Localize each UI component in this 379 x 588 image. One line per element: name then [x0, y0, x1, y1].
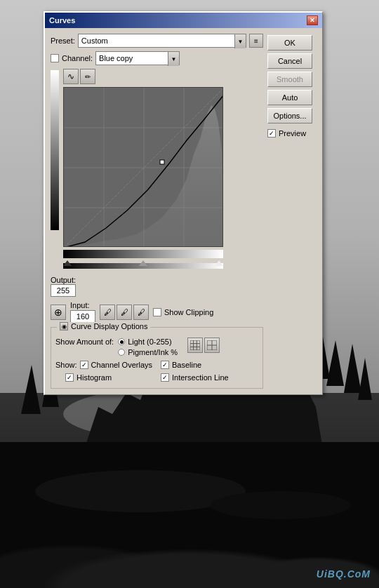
- channel-overlays-label: Channel Overlays: [91, 361, 152, 369]
- channel-dropdown-arrow[interactable]: ▼: [168, 52, 179, 66]
- svg-rect-26: [190, 340, 200, 350]
- histogram-row: ✓ Histogram: [55, 373, 152, 382]
- watermark: UiBQ.CoM: [317, 568, 371, 580]
- svg-marker-20: [64, 105, 223, 247]
- show-clipping-checkbox[interactable]: [153, 308, 161, 316]
- grid-buttons: [187, 338, 220, 353]
- channel-select[interactable]: Blue copy ▼: [95, 51, 180, 65]
- input-label: Input:: [70, 301, 90, 309]
- baseline-checkbox[interactable]: ✓: [161, 361, 169, 369]
- show-label: Show:: [55, 361, 77, 369]
- ok-button[interactable]: OK: [267, 35, 312, 51]
- intersection-label: Intersection Line: [172, 373, 229, 382]
- svg-marker-5: [326, 340, 344, 386]
- channel-value: Blue copy: [96, 52, 168, 65]
- pencil-tool-button[interactable]: ✏: [80, 69, 95, 84]
- pigment-radio-row: Pigment/Ink %: [118, 348, 178, 356]
- dialog-content: Preset: Custom ▼ ≡ Channel: Blue copy ▼: [45, 28, 322, 394]
- curves-graph[interactable]: [63, 87, 223, 247]
- section-title: ◉ Curve Display Options: [57, 322, 150, 330]
- channel-row: Channel: Blue copy ▼: [51, 51, 263, 65]
- input-slider[interactable]: [63, 260, 223, 272]
- curves-area: ∿ ✏: [51, 69, 263, 272]
- close-button[interactable]: ✕: [307, 15, 318, 25]
- svg-point-11: [35, 470, 246, 512]
- options-button[interactable]: Options...: [267, 108, 312, 123]
- svg-rect-1: [0, 393, 379, 588]
- channel-overlays-checkbox[interactable]: ✓: [80, 361, 88, 369]
- curve-tool-button[interactable]: ∿: [63, 69, 79, 84]
- title-bar: Curves ✕: [45, 13, 322, 28]
- small-grid-button[interactable]: [187, 338, 203, 353]
- show-amount-label: Show Amount of:: [55, 338, 114, 346]
- svg-marker-9: [21, 365, 41, 414]
- light-radio[interactable]: [118, 338, 125, 345]
- midpoint-slider[interactable]: [139, 260, 147, 266]
- show-amount-row: Show Amount of: Light (0-255) Pigment/In…: [55, 338, 258, 356]
- radio-group: Light (0-255) Pigment/Ink %: [118, 338, 178, 356]
- svg-rect-21: [160, 160, 164, 164]
- input-input[interactable]: [70, 310, 95, 323]
- channel-overlays-row: Show: ✓ Channel Overlays: [55, 361, 152, 369]
- output-input[interactable]: [51, 284, 76, 297]
- target-tool-button[interactable]: ⊕: [51, 305, 66, 320]
- dialog-left: Preset: Custom ▼ ≡ Channel: Blue copy ▼: [51, 34, 263, 389]
- preset-value: Custom: [79, 34, 234, 47]
- white-point-slider[interactable]: [215, 260, 223, 266]
- svg-marker-7: [358, 358, 372, 400]
- intersection-row: ✓ Intersection Line: [161, 373, 229, 382]
- auto-button[interactable]: Auto: [267, 90, 312, 105]
- curves-dialog: Curves ✕ Preset: Custom ▼ ≡ Channel: Blu…: [44, 11, 323, 395]
- black-point-slider[interactable]: [63, 260, 72, 266]
- input-gradient-bar: [63, 250, 223, 258]
- pigment-label: Pigment/Ink %: [128, 348, 178, 356]
- preset-settings-button[interactable]: ≡: [249, 34, 263, 48]
- baseline-label: Baseline: [172, 361, 201, 369]
- preview-checkbox[interactable]: ✓: [267, 129, 276, 138]
- white-eyedropper-button[interactable]: 🖋: [133, 305, 149, 320]
- output-section: Output:: [51, 276, 76, 297]
- svg-point-12: [211, 491, 351, 519]
- channel-checkbox[interactable]: [51, 54, 59, 62]
- dialog-title: Curves: [49, 16, 75, 25]
- curve-display-section: ◉ Curve Display Options Show Amount of: …: [51, 327, 263, 389]
- output-label: Output:: [51, 276, 76, 284]
- collapse-button[interactable]: ◉: [60, 322, 68, 330]
- black-eyedropper-button[interactable]: 🖋: [100, 305, 115, 320]
- eyedropper-tools: 🖋 🖋 🖋: [100, 305, 149, 320]
- histogram-label: Histogram: [77, 373, 112, 382]
- show-clipping-label: Show Clipping: [164, 308, 213, 316]
- show-col-left: Show: ✓ Channel Overlays ✓ Histogram: [55, 361, 152, 384]
- cancel-button[interactable]: Cancel: [267, 53, 312, 69]
- channel-label: Channel:: [62, 54, 93, 62]
- svg-rect-10: [0, 442, 379, 588]
- preset-dropdown-arrow[interactable]: ▼: [234, 34, 246, 48]
- output-row: Output:: [51, 274, 263, 297]
- intersection-checkbox[interactable]: ✓: [161, 373, 169, 382]
- smooth-button[interactable]: Smooth: [267, 72, 312, 87]
- preview-label: Preview: [279, 129, 306, 138]
- baseline-row: ✓ Baseline: [161, 361, 229, 369]
- input-section: ⊕ Input: 🖋 🖋 🖋 Show Clipping: [51, 301, 263, 323]
- preset-label: Preset:: [51, 36, 75, 45]
- dialog-right: OK Cancel Smooth Auto Options... ✓ Previ…: [267, 34, 317, 389]
- show-col-right: ✓ Baseline ✓ Intersection Line: [161, 361, 229, 384]
- preset-row: Preset: Custom ▼ ≡: [51, 34, 263, 48]
- svg-marker-6: [344, 344, 361, 393]
- pigment-radio[interactable]: [118, 349, 125, 356]
- light-label: Light (0-255): [128, 338, 171, 346]
- preset-select[interactable]: Custom ▼: [78, 34, 246, 48]
- gray-eyedropper-button[interactable]: 🖋: [117, 305, 132, 320]
- light-radio-row: Light (0-255): [118, 338, 178, 346]
- preview-row: ✓ Preview: [267, 129, 317, 138]
- show-clipping-row: Show Clipping: [153, 308, 213, 316]
- histogram-checkbox[interactable]: ✓: [65, 373, 74, 382]
- section-title-text: Curve Display Options: [71, 322, 147, 330]
- large-grid-button[interactable]: [204, 338, 220, 353]
- show-grid: Show: ✓ Channel Overlays ✓ Histogram ✓ B…: [55, 361, 258, 384]
